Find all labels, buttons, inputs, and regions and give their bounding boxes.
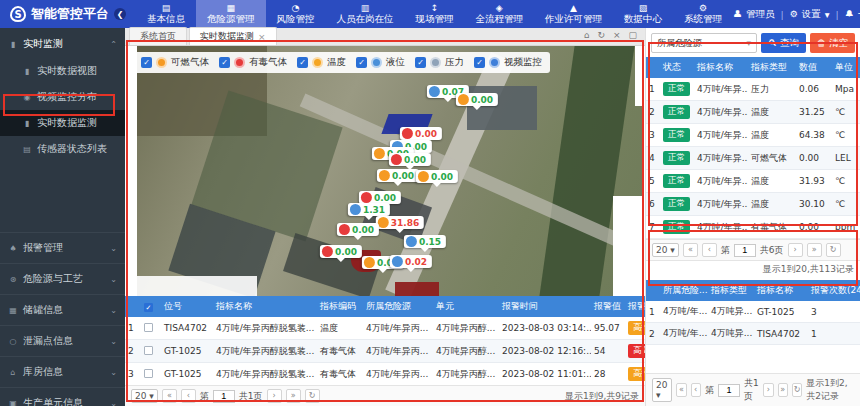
sidebar-group[interactable]: ▣生产单元信息⌄ <box>0 387 125 406</box>
sidebar-item[interactable]: ◉视频监控分布 <box>0 84 125 110</box>
brand-title: 智能管控平台 <box>31 5 109 23</box>
row-checkbox[interactable] <box>144 346 153 355</box>
filter-压力[interactable]: ✓压力 <box>415 56 464 69</box>
sidebar-group[interactable]: ⌂库房信息⌄ <box>0 356 125 387</box>
page-number-input[interactable] <box>718 384 740 397</box>
page-first-button[interactable]: « <box>683 243 698 257</box>
page-next-button[interactable]: › <box>267 389 282 403</box>
cell-alarm-count[interactable]: 3 <box>808 301 860 323</box>
checkbox-checked-icon[interactable]: ✓ <box>219 57 230 68</box>
sensor-marker[interactable]: 0.00 <box>337 223 379 236</box>
sidebar-item[interactable]: ▮实时数据视图 <box>0 58 125 84</box>
row-checkbox[interactable] <box>144 323 153 332</box>
page-prev-button[interactable]: ‹ <box>181 389 196 403</box>
sidebar-group[interactable]: ♠报警管理⌄ <box>0 232 125 263</box>
sensor-icon <box>391 154 402 165</box>
nav-item-personnel[interactable]: ▥人员在岗在位 <box>326 0 405 28</box>
sidebar-group[interactable]: ▦储罐信息⌄ <box>0 294 125 325</box>
refresh-icon[interactable]: ↻ <box>597 30 605 40</box>
tab-close-icon[interactable]: × <box>258 32 266 42</box>
page-next-button[interactable]: › <box>788 243 803 257</box>
checkbox-checked-icon[interactable]: ✓ <box>474 57 485 68</box>
tab-home[interactable]: 系统首页 <box>129 27 187 45</box>
sensor-marker[interactable]: 0.02 <box>390 255 432 268</box>
nav-item-database[interactable]: ▤基本信息 <box>136 0 196 28</box>
nav-item-site-sort[interactable]: ↕现场管理 <box>405 0 465 28</box>
page-size-select[interactable]: 20 ▾ <box>652 378 672 402</box>
sensor-marker[interactable]: 1.31 <box>348 203 390 216</box>
settings-menu[interactable]: 设置 <box>802 8 821 21</box>
cell-name: 4万吨/年异... <box>694 124 748 147</box>
filter-label: 压力 <box>445 56 464 69</box>
sidebar-section-realtime[interactable]: ▮ 实时监测 ⌃ <box>0 28 125 58</box>
sensor-marker[interactable]: 0.00 <box>377 169 419 182</box>
nav-item-process[interactable]: ◈全流程管理 <box>465 0 535 28</box>
page-size-select[interactable]: 20 ▾ <box>652 243 679 257</box>
checkbox-checked-icon[interactable]: ✓ <box>297 57 308 68</box>
collapse-chevron-icon[interactable]: ⌃ <box>110 40 117 49</box>
nav-item-hazard-source[interactable]: ▦危险源管理 <box>196 0 266 28</box>
sensor-marker[interactable]: 0.00 <box>320 245 362 258</box>
checkbox-checked-icon[interactable]: ✓ <box>415 57 426 68</box>
cell-type: 4万吨异... <box>708 301 754 323</box>
nav-item-data-center[interactable]: ▧数据中心 <box>613 0 673 28</box>
map-zone-polygon-red[interactable] <box>395 282 439 296</box>
filter-视频监控[interactable]: ✓视频监控 <box>474 56 542 69</box>
sensor-marker[interactable]: 0.15 <box>404 235 446 248</box>
hazard-source-select-value: 所属危险源 <box>657 37 702 50</box>
nav-collapse-icon[interactable]: ❮ <box>114 8 126 20</box>
sensor-marker[interactable]: 0.00 <box>400 127 442 140</box>
cell-name: 4万吨/年异... <box>694 216 748 239</box>
sensor-marker[interactable]: 0.00 <box>456 93 498 106</box>
sensor-marker[interactable]: 31.86 <box>376 216 424 229</box>
filter-液位[interactable]: ✓液位 <box>356 56 405 69</box>
page-prev-button[interactable]: ‹ <box>691 383 701 397</box>
page-refresh-button[interactable]: ↻ <box>826 243 841 257</box>
page-size-select[interactable]: 20 ▾ <box>131 389 158 403</box>
filter-温度[interactable]: ✓温度 <box>297 56 346 69</box>
clear-button[interactable]: 🗑︎ 清空 <box>810 33 855 53</box>
nav-item-risk-gauge[interactable]: ◔风险管控 <box>266 0 326 28</box>
page-next-button[interactable]: › <box>763 383 773 397</box>
page-last-button[interactable]: » <box>807 243 822 257</box>
sensor-marker[interactable]: 0.00 <box>416 170 458 183</box>
checkbox-checked-icon[interactable]: ✓ <box>356 57 367 68</box>
select-all-checkbox[interactable]: ✓ <box>144 303 153 312</box>
sidebar-group[interactable]: ⊛危险源与工艺⌄ <box>0 263 125 294</box>
home-icon[interactable]: ⌂ <box>584 30 590 40</box>
page-first-button[interactable]: « <box>162 389 177 403</box>
page-last-button[interactable]: » <box>286 389 301 403</box>
close-icon[interactable]: × <box>613 30 621 40</box>
page-first-button[interactable]: « <box>676 383 686 397</box>
map-area[interactable]: ✓可燃气体✓有毒气体✓温度✓液位✓压力✓视频监控 0.070.000.000.0… <box>125 46 645 296</box>
nav-item-label: 人员在岗在位 <box>337 14 394 24</box>
checkbox-checked-icon[interactable]: ✓ <box>141 57 152 68</box>
sidebar-section-label: 实时监测 <box>23 37 105 51</box>
filter-有毒气体[interactable]: ✓有毒气体 <box>219 56 287 69</box>
filter-label: 可燃气体 <box>171 56 209 69</box>
page-refresh-button[interactable]: ↻ <box>305 389 320 403</box>
search-button[interactable]: 🔍︎ 查询 <box>761 33 806 53</box>
sensor-marker[interactable]: 0.00 <box>389 153 431 166</box>
cell-alarm-count[interactable]: 1 <box>808 323 860 345</box>
username[interactable]: 管理员 <box>746 8 775 21</box>
hazard-source-select[interactable]: 所属危险源 ▾ <box>651 33 757 53</box>
sidebar-item[interactable]: ▤传感器状态列表 <box>0 136 125 162</box>
nav-item-gear[interactable]: ⚙系统管理 <box>673 0 733 28</box>
page-last-button[interactable]: » <box>778 383 788 397</box>
filter-可燃气体[interactable]: ✓可燃气体 <box>141 56 209 69</box>
fullscreen-icon[interactable]: ▢ <box>628 30 637 40</box>
app-window: S 智能管控平台 ❮ ▤基本信息▦危险源管理◔风险管控▥人员在岗在位↕现场管理◈… <box>0 0 860 406</box>
sensor-type-dot-icon <box>430 57 441 68</box>
tab-active[interactable]: 实时数据监测× <box>189 27 277 45</box>
settings-caret-icon[interactable]: ▾ <box>825 9 830 20</box>
page-number-input[interactable] <box>734 244 756 257</box>
sidebar-item[interactable]: ▮实时数据监测 <box>0 110 125 136</box>
page-prev-button[interactable]: ‹ <box>702 243 717 257</box>
sidebar-group[interactable]: ○泄漏点信息⌄ <box>0 325 125 356</box>
nav-item-work-permit[interactable]: ▲作业许可管理 <box>534 0 613 28</box>
row-checkbox[interactable] <box>144 369 153 378</box>
page-refresh-button[interactable]: ↻ <box>792 383 802 397</box>
page-number-input[interactable] <box>213 390 235 403</box>
cell-type: 可燃气体 <box>748 147 796 170</box>
